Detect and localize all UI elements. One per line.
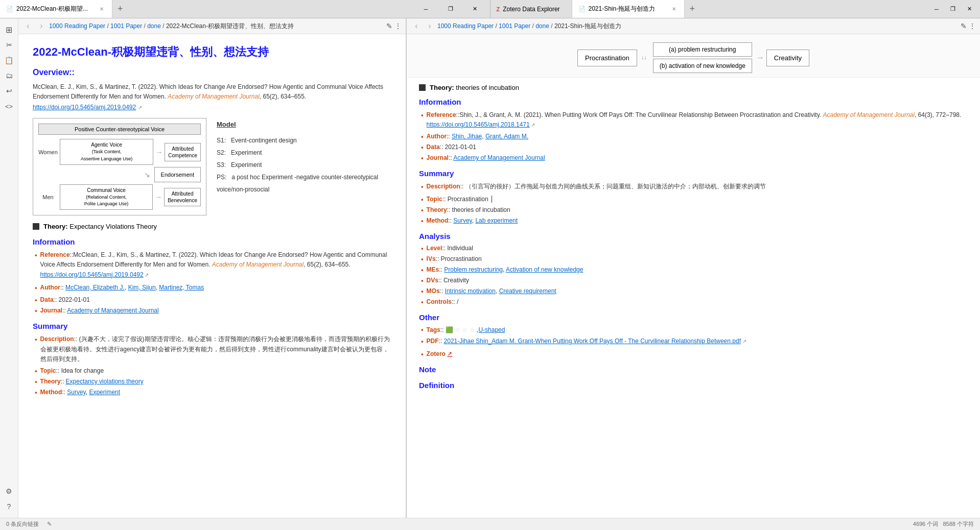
tag-ushaped[interactable]: U-shaped (478, 326, 505, 333)
info-heading-right: Information (419, 98, 968, 106)
rmethod-survey[interactable]: Survey (453, 217, 472, 224)
tab-right-close[interactable]: ✕ (670, 5, 678, 13)
model-items: Model S1: Event-contingent design S2: Ex… (217, 118, 391, 215)
edit-icon-left[interactable]: ✎ (386, 22, 392, 30)
theory-square-left (33, 223, 39, 230)
tab-right[interactable]: 📄 2021-Shin-拖延与创造力 ✕ (572, 0, 685, 18)
more-icon-right[interactable]: ⋮ (969, 22, 976, 30)
bread-2[interactable]: 1001 Paper (110, 22, 142, 30)
rsummary-desc: • Description:: （引言写的很好）工作拖延与创造力间的曲线关系；问… (419, 182, 968, 192)
summary-section-left: Summary • Description:: (兴趣不大，读完了假设)期望违背… (33, 322, 391, 396)
mes-link-2[interactable]: Activation of new knowledge (506, 266, 583, 273)
model-label: Model (217, 118, 391, 131)
rref-link[interactable]: https://doi.org/10.5465/amj.2018.1471 (427, 121, 530, 128)
rsummary-topic: • Topic:: Procrastination (419, 196, 968, 203)
author-3[interactable]: Martinez, Tomas (159, 284, 204, 291)
tab-zotero-title: Zotero Data Explorer (503, 6, 559, 13)
other-zotero: • Zotero ↗ (419, 350, 968, 358)
status-edit-icon[interactable]: ✎ (47, 521, 52, 527)
analysis-level: • Level:: Individual (419, 245, 968, 252)
tag-green-icon: 🟩 (446, 326, 453, 333)
mes-link-1[interactable]: Problem restructuring (444, 266, 503, 273)
pdf-link[interactable]: 2021-Jihae Shin_Adam M. Grant-When Putti… (444, 338, 741, 345)
tag-star-2[interactable]: ☆ (462, 326, 468, 333)
tab-left-icon: 📄 (6, 6, 13, 12)
sidebar-icon-settings[interactable]: ⚙ (2, 484, 16, 498)
back-btn-left[interactable]: ‹ (22, 20, 34, 32)
rinfo-journal: • Journal:: Academy of Management Journa… (419, 154, 968, 162)
sidebar-icon-layers[interactable]: 🗂 (2, 68, 16, 83)
author-2[interactable]: Kim, Sijun (128, 284, 156, 291)
rauthor-1[interactable]: Shin, Jihae (452, 133, 482, 140)
rmethod-lab[interactable]: Lab experiment (475, 217, 518, 224)
rbread-4: 2021-Shin-拖延与创造力 (554, 22, 621, 30)
summary-heading-left: Summary (33, 322, 391, 330)
tab-add-right[interactable]: + (685, 0, 701, 18)
zotero-link[interactable]: ↗ (447, 350, 452, 357)
tag-star-1[interactable]: ☆ (455, 326, 460, 333)
tab-left-title: 2022-McClean-积极期望... (16, 5, 95, 13)
sidebar-icon-search[interactable]: ↩ (2, 84, 16, 98)
tab-left-close[interactable]: ✕ (98, 5, 106, 13)
rsummary-method: • Method:: Survey, Lab experiment (419, 217, 968, 225)
rjournal-link[interactable]: Academy of Management Journal (453, 154, 545, 161)
rbread-2[interactable]: 1001 Paper (499, 22, 530, 30)
sidebar-icon-scissors[interactable]: ✂ (2, 38, 16, 52)
tab-zotero-icon: Z (497, 6, 500, 12)
info-item-ref: • Reference::McClean, E. J., Kim, S., & … (33, 250, 391, 280)
analysis-ivs: • IVs:: Procrastination (419, 255, 968, 263)
forward-btn-left[interactable]: › (36, 20, 47, 32)
overview-link[interactable]: https://doi.org/10.5465/amj.2019.0492 ↗ (33, 104, 391, 111)
theory-link-left[interactable]: Expectancy violations theory (66, 378, 144, 385)
rinfo-ref: • Reference::Shin, J., & Grant, A. M. (2… (419, 110, 968, 130)
status-backlinks: 0 条反向链接 (6, 520, 39, 528)
win2-close[interactable]: ✕ (962, 0, 977, 18)
method-experiment[interactable]: Experiment (89, 389, 120, 396)
bread-1[interactable]: 1000 Reading Paper (49, 22, 105, 30)
method-survey-left[interactable]: Survey (67, 389, 85, 396)
win-close[interactable]: ✕ (463, 0, 487, 18)
summary-method: • Method:: Survey, Experiment (33, 389, 391, 396)
rbread-3[interactable]: done (535, 22, 549, 30)
toolbar-right: ‹ › 1000 Reading Paper / 1001 Paper / do… (407, 18, 980, 34)
rsummary-heading: Summary (419, 169, 968, 178)
rauthor-2[interactable]: Grant, Adam M. (485, 133, 528, 140)
bread-4: 2022-McClean-积极期望违背、性别、想法支持 (166, 22, 294, 30)
sidebar-icon-code[interactable]: <> (2, 99, 16, 113)
win-restore[interactable]: ❐ (439, 0, 462, 18)
tab-add-left[interactable]: + (112, 0, 128, 18)
analysis-dvs: • DVs:: Creativity (419, 277, 968, 284)
procrastination-box: Procrastination (577, 50, 637, 66)
sidebar-icon-grid[interactable]: ⊞ (2, 22, 16, 37)
mos-link-2[interactable]: Creative requirement (499, 287, 556, 295)
tab-left[interactable]: 📄 2022-McClean-积极期望... ✕ (0, 0, 112, 18)
analysis-mes: • MEs:: Problem restructuring, Activatio… (419, 266, 968, 274)
journal-link-left[interactable]: Academy of Management Journal (67, 307, 158, 314)
forward-btn-right[interactable]: › (424, 20, 435, 32)
rinfo-author: • Author:: Shin, Jihae, Grant, Adam M. (419, 133, 968, 140)
left-note-title: 2022-McClean-积极期望违背、性别、想法支持 (33, 44, 391, 60)
edit-icon-right[interactable]: ✎ (961, 22, 967, 30)
back-btn-right[interactable]: ‹ (411, 20, 422, 32)
summary-theory: • Theory:: Expectancy violations theory (33, 378, 391, 386)
bread-3[interactable]: done (147, 22, 161, 30)
sidebar-icon-help[interactable]: ? (2, 499, 16, 514)
win-minimize[interactable]: ─ (414, 0, 438, 18)
tag-star-3[interactable]: ☆ (470, 326, 475, 333)
win2-minimize[interactable]: ─ (929, 0, 944, 18)
analysis-controls: • Controls:: / (419, 298, 968, 306)
model-diagram: Positive Counter-stereotypical Voice Wom… (33, 118, 206, 215)
more-icon-left[interactable]: ⋮ (394, 22, 402, 30)
sidebar-icon-calendar[interactable]: 📋 (2, 53, 16, 67)
ref-link-left[interactable]: https://doi.org/10.5465/amj.2019.0492 (40, 271, 144, 278)
info-item-journal: • Journal:: Academy of Management Journa… (33, 307, 391, 315)
theory-right-wrapper: Theory: theories of incubation (407, 78, 980, 98)
right-diagram-area: Procrastination ↓↓ (a) problem restructu… (407, 34, 980, 78)
author-1[interactable]: McClean, Elizabeth J. (65, 284, 125, 291)
rbread-1[interactable]: 1000 Reading Paper (437, 22, 494, 30)
info-heading-left: Information (33, 237, 391, 246)
right-pane: ‹ › 1000 Reading Paper / 1001 Paper / do… (407, 18, 980, 518)
tab-zotero[interactable]: Z Zotero Data Explorer (491, 0, 572, 18)
mos-link-1[interactable]: Intrinsic motivation (445, 287, 496, 295)
win2-restore[interactable]: ❐ (945, 0, 961, 18)
